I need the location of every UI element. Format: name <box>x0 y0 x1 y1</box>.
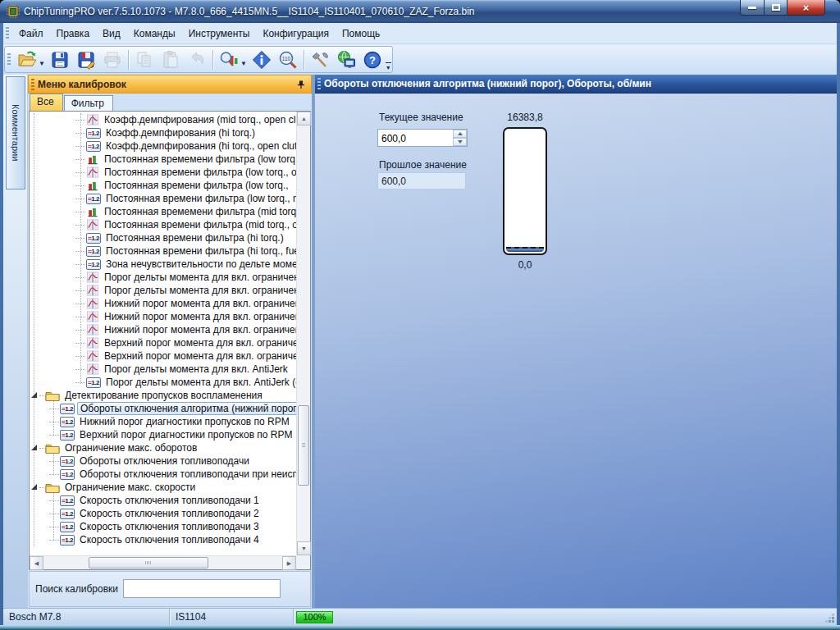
scalar-value-icon: =1.2 <box>86 141 101 152</box>
tree-item[interactable]: Постоянная времемени фильтра (low torq.) <box>30 153 296 166</box>
tree-dotted-line <box>39 395 44 396</box>
menu-item[interactable]: Вид <box>96 25 127 43</box>
open-button[interactable] <box>15 48 39 71</box>
map-curve-icon <box>86 272 99 284</box>
resize-grip[interactable] <box>832 620 834 623</box>
tree-item[interactable]: =1.2Скорость отключения топливоподачи 1 <box>30 494 296 507</box>
tree-item[interactable]: Постоянная времени фильтра (low torq., <box>30 179 296 192</box>
bar-chart-icon <box>86 180 99 192</box>
tree-item[interactable]: =1.2Обороты отключения топливоподачи при… <box>30 468 296 481</box>
tree-item[interactable]: Порог дельты момента для вкл. ограничен <box>30 271 296 284</box>
tree-item[interactable]: =1.2Обороты отключения алгоритма (нижний… <box>30 402 296 415</box>
map-curve-icon <box>86 167 99 179</box>
scroll-down-button[interactable]: ▼ <box>297 541 311 555</box>
tree-item[interactable]: Верхний порог момента для вкл. ограничен <box>30 349 296 363</box>
menu-item[interactable]: Конфигурация <box>256 25 336 43</box>
tree-item[interactable]: Порог дельты момента для вкл. ограничен <box>30 284 296 297</box>
save-icon <box>50 50 70 70</box>
scroll-left-button[interactable]: ◀ <box>30 556 43 570</box>
tree-folder[interactable]: Ограничение макс. скорости <box>30 481 296 494</box>
progress-bar: 100% <box>296 611 333 623</box>
toolbar-box: ▼▼110? ▾ <box>4 46 393 73</box>
menu-item[interactable]: Правка <box>50 25 97 43</box>
horizontal-scroll-thumb[interactable] <box>89 557 208 568</box>
spin-down-button[interactable] <box>453 138 467 146</box>
expand-triangle-icon[interactable] <box>31 484 37 490</box>
tree-item[interactable]: Постоянная времемени фильтра (mid torq.) <box>30 205 296 218</box>
toolbar-grip[interactable] <box>7 53 11 66</box>
tree-folder[interactable]: Детектирование пропусков воспламенения <box>30 389 296 402</box>
copy-icon <box>135 50 154 70</box>
expand-triangle-icon[interactable] <box>31 392 37 398</box>
vertical-scroll-thumb[interactable] <box>298 405 309 486</box>
menu-item[interactable]: Файл <box>12 25 50 43</box>
tree-dotted-line <box>75 277 85 278</box>
menu-item[interactable]: Помощь <box>336 25 386 43</box>
tree-dotted-line <box>39 448 44 449</box>
pin-icon[interactable] <box>296 80 306 89</box>
chart-view-button[interactable] <box>217 48 241 71</box>
print-icon <box>103 50 122 70</box>
search-input[interactable] <box>123 579 281 598</box>
scroll-right-button[interactable]: ▶ <box>282 556 296 570</box>
tree-folder[interactable]: Ограничение макс. оборотов <box>30 441 296 454</box>
tree-item[interactable]: Нижний порог момента для вкл. ограничен <box>30 297 296 310</box>
tree-item[interactable]: =1.2Зона нечувствительности по дельте мо… <box>30 258 296 271</box>
minimize-icon <box>748 7 756 9</box>
menu-item[interactable]: Команды <box>127 25 182 43</box>
tools-button[interactable] <box>308 48 332 71</box>
chart-view-dropdown-arrow[interactable]: ▼ <box>240 60 247 67</box>
tree-item-label: Порог дельты момента для вкл. ограничен <box>102 285 296 296</box>
open-dropdown-arrow[interactable]: ▼ <box>39 60 45 67</box>
current-value-input[interactable] <box>378 130 452 146</box>
menubar-grip[interactable] <box>6 27 9 40</box>
minimize-button[interactable] <box>740 0 765 16</box>
map-curve-icon <box>86 298 99 310</box>
maximize-icon <box>772 4 780 11</box>
tree-item[interactable]: =1.2Скорость отключения топливоподачи 3 <box>30 520 296 533</box>
close-button[interactable]: × <box>788 0 825 16</box>
tree-item[interactable]: =1.2Обороты отключения топливоподачи <box>30 454 296 468</box>
tree-item[interactable]: =1.2Скорость отключения топливоподачи 4 <box>30 533 296 546</box>
tree-item[interactable]: =1.2Постоянная времени фильтра (hi torq.… <box>30 244 296 258</box>
tree-item[interactable]: =1.2Коэфф.демпфирования (hi torq.) <box>30 126 296 139</box>
tree-item[interactable]: =1.2Коэфф.демпфирования (hi torq., open … <box>30 139 296 153</box>
tab-filter[interactable]: Фильтр <box>64 95 113 111</box>
toolbar-overflow-button[interactable]: ▾ <box>385 62 392 71</box>
tree-horizontal-scrollbar[interactable]: ◀ ▶ <box>30 555 296 569</box>
find-value-button[interactable]: 110 <box>276 48 300 71</box>
tree-item[interactable]: Постоянная времени фильтра (mid torq., o… <box>30 218 296 231</box>
tree-item[interactable]: Нижний порог момента для вкл. ограничен <box>30 310 296 323</box>
comments-tab[interactable]: Комментарии <box>6 76 25 189</box>
maximize-button[interactable] <box>765 0 788 16</box>
tree-item[interactable]: =1.2Скорость отключения топливоподачи 2 <box>30 507 296 520</box>
help-button[interactable]: ? <box>360 48 385 71</box>
expand-triangle-icon[interactable] <box>31 445 37 450</box>
info-button[interactable] <box>249 48 274 71</box>
tree-item[interactable]: Нижний порог момента для вкл. ограничен <box>30 323 296 336</box>
save-as-button[interactable] <box>74 48 98 71</box>
menu-item[interactable]: Инструменты <box>182 25 257 43</box>
map-curve-icon <box>86 337 99 349</box>
editor-header-grip[interactable] <box>317 78 321 89</box>
online-button[interactable] <box>334 48 358 71</box>
tree-item[interactable]: Постоянная времени фильтра (low torq., o… <box>30 166 296 179</box>
tree-dotted-line <box>49 422 59 422</box>
spin-up-button[interactable] <box>453 130 467 138</box>
tree-item[interactable]: =1.2Постоянная времени фильтра (low torq… <box>30 192 296 205</box>
tree-item[interactable]: Коэфф.демпфирования (mid torq., open clu… <box>30 113 296 126</box>
paste-icon <box>161 50 180 70</box>
tree-item[interactable]: =1.2Порог дельты момента для вкл. AntiJe… <box>30 376 296 389</box>
save-button[interactable] <box>48 48 72 71</box>
tree-item[interactable]: =1.2Нижний порог диагностики пропусков п… <box>30 415 296 428</box>
arrow-down-icon <box>458 140 463 144</box>
panel-header-grip[interactable] <box>31 79 34 90</box>
tree-vertical-scrollbar[interactable]: ▲ ▼ <box>296 112 310 555</box>
scroll-up-button[interactable]: ▲ <box>297 112 311 126</box>
tree-item[interactable]: Порог дельты момента для вкл. AntiJerk <box>30 363 296 376</box>
tree-item[interactable]: Верхний порог момента для вкл. ограничен <box>30 336 296 349</box>
tree-item[interactable]: =1.2Верхний порог диагностики пропусков … <box>30 428 296 441</box>
tree-item-label: Порог дельты момента для вкл. ограничен <box>102 272 296 283</box>
tab-all[interactable]: Все <box>30 94 63 111</box>
tree-item[interactable]: =1.2Постоянная времени фильтра (hi torq.… <box>30 231 296 244</box>
